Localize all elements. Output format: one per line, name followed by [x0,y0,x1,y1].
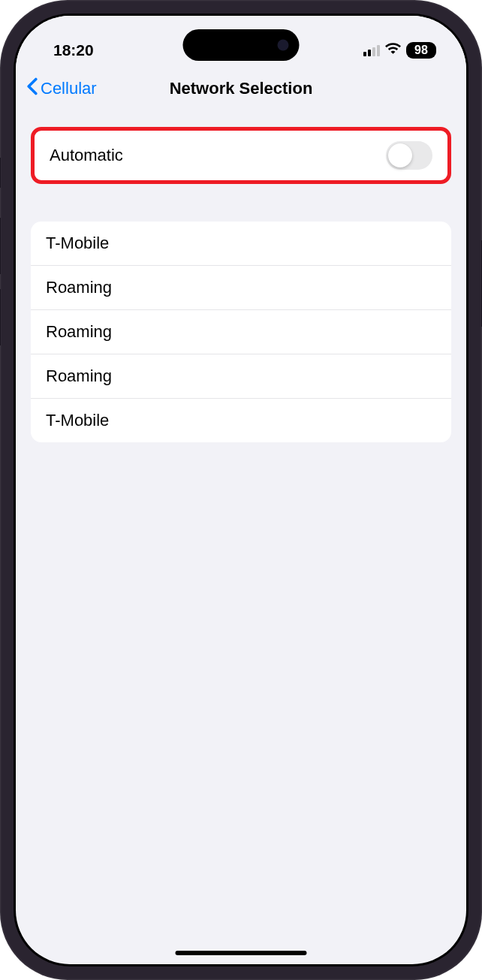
wifi-icon [385,43,401,58]
back-button[interactable]: Cellular [26,77,97,100]
back-button-label: Cellular [41,79,97,98]
status-indicators: 98 [363,42,436,59]
screen: 18:20 98 [16,16,466,964]
volume-up-button [0,218,1,274]
status-time: 18:20 [53,41,94,59]
silent-switch [0,158,1,188]
network-item[interactable]: Roaming [31,266,451,310]
chevron-left-icon [26,77,38,100]
network-item[interactable]: Roaming [31,310,451,354]
network-name: Roaming [46,366,112,385]
network-name: T-Mobile [46,234,109,252]
network-item[interactable]: T-Mobile [31,222,451,266]
network-name: Roaming [46,278,112,297]
network-name: T-Mobile [46,411,109,430]
network-name: Roaming [46,322,112,341]
toggle-knob [388,143,412,167]
battery-indicator: 98 [406,42,436,59]
volume-down-button [0,289,1,345]
phone-frame: 18:20 98 [0,0,482,980]
available-networks-list: T-Mobile Roaming Roaming Roaming T-Mobil… [31,222,451,442]
phone-inner-frame: 18:20 98 [14,14,468,966]
network-item[interactable]: T-Mobile [31,399,451,442]
automatic-toggle-switch[interactable] [386,141,432,170]
automatic-toggle-row[interactable]: Automatic [31,127,451,184]
navigation-bar: Cellular Network Selection [16,68,466,113]
page-title: Network Selection [170,79,313,98]
cellular-signal-icon [363,45,380,56]
automatic-label: Automatic [50,146,123,165]
home-indicator[interactable] [176,951,307,955]
content-area: Automatic T-Mobile Roaming Roaming [16,113,466,456]
network-item[interactable]: Roaming [31,354,451,399]
dynamic-island [183,29,300,61]
